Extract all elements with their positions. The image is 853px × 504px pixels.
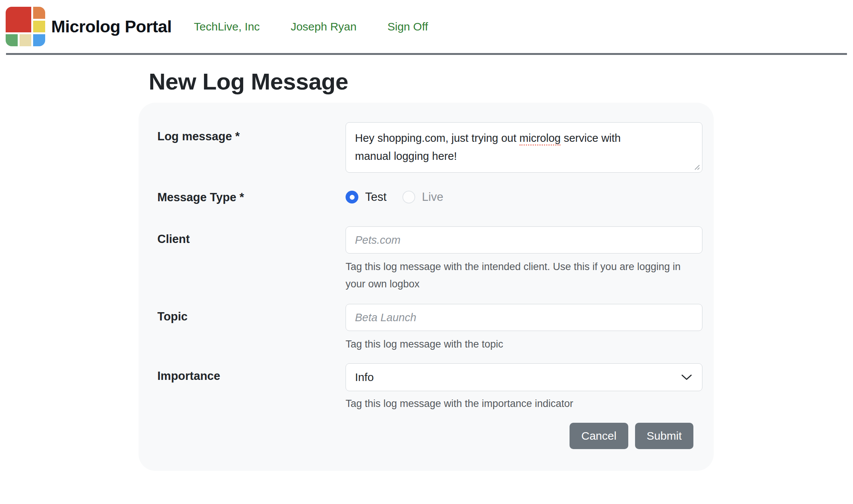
radio-live-label[interactable]: Live <box>422 190 443 204</box>
topic-label: Topic <box>157 304 346 353</box>
brand-link[interactable]: Microlog Portal <box>6 7 172 46</box>
log-message-text: service with <box>561 132 621 144</box>
field-row-importance: Importance Info Tag this log message wit… <box>157 363 702 412</box>
importance-select[interactable]: Info <box>346 363 702 391</box>
log-message-textarea[interactable]: Hey shopping.com, just trying out microl… <box>346 122 702 173</box>
importance-help-text: Tag this log message with the importance… <box>346 395 703 412</box>
field-row-log-message: Log message * Hey shopping.com, just try… <box>157 122 702 173</box>
importance-selected-value: Info <box>355 371 374 384</box>
radio-dot <box>350 195 355 200</box>
header-divider <box>6 53 847 55</box>
app-logo-icon <box>6 7 45 46</box>
nav-link-sign-off[interactable]: Sign Off <box>387 20 428 33</box>
app-header: Microlog Portal TechLive, Inc Joseph Rya… <box>0 0 853 53</box>
topic-input[interactable] <box>346 304 702 331</box>
cancel-button[interactable]: Cancel <box>570 423 628 449</box>
radio-live[interactable] <box>402 191 415 203</box>
field-row-topic: Topic Tag this log message with the topi… <box>157 304 702 353</box>
message-type-radio-group: Test Live <box>346 187 702 207</box>
form-card: Log message * Hey shopping.com, just try… <box>139 103 714 471</box>
nav-link-user[interactable]: Joseph Ryan <box>291 20 356 33</box>
topic-help-text: Tag this log message with the topic <box>346 335 703 353</box>
chevron-down-icon <box>681 374 692 381</box>
page-title: New Log Message <box>149 68 853 95</box>
logo-cell-green <box>6 34 18 46</box>
log-message-text: Hey shopping.com, just trying out <box>355 132 519 144</box>
logo-cell-orange <box>33 7 45 19</box>
brand-title: Microlog Portal <box>51 17 172 36</box>
misspelled-word: microlog <box>519 132 561 146</box>
radio-test[interactable] <box>346 191 358 203</box>
radio-test-label[interactable]: Test <box>365 190 387 204</box>
header-nav: TechLive, Inc Joseph Ryan Sign Off <box>194 20 428 33</box>
importance-label: Importance <box>157 363 346 412</box>
field-row-client: Client Tag this log message with the int… <box>157 226 702 293</box>
nav-link-company[interactable]: TechLive, Inc <box>194 20 260 33</box>
field-row-actions: Cancel Submit <box>157 423 702 449</box>
resize-handle-icon[interactable] <box>693 164 700 170</box>
client-help-text: Tag this log message with the intended c… <box>346 258 703 293</box>
submit-button[interactable]: Submit <box>635 423 693 449</box>
logo-cell-blue <box>33 34 45 46</box>
client-label: Client <box>157 226 346 293</box>
form-actions: Cancel Submit <box>346 423 702 449</box>
logo-cell-tan <box>20 34 32 46</box>
logo-cell-red <box>6 7 31 32</box>
log-message-label: Log message * <box>157 122 346 173</box>
main-content: New Log Message Log message * Hey shoppi… <box>0 68 853 471</box>
message-type-label: Message Type * <box>157 186 346 207</box>
client-input[interactable] <box>346 226 702 254</box>
logo-cell-yellow <box>33 21 45 33</box>
log-message-text: manual logging here! <box>355 150 457 162</box>
field-row-message-type: Message Type * Test Live <box>157 186 702 207</box>
